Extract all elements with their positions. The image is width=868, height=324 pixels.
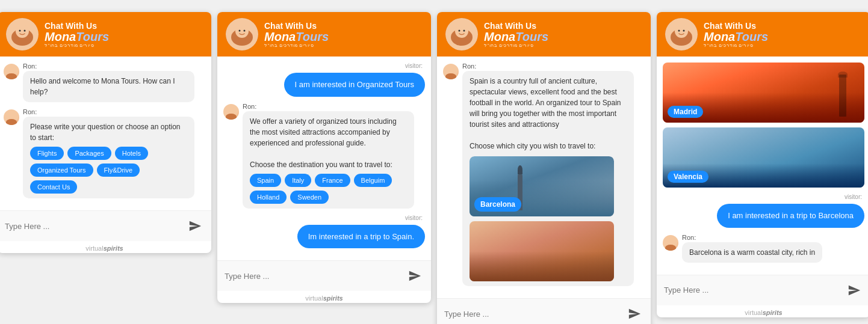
svg-point-3 [19, 30, 21, 32]
logo-mona: Mona [45, 30, 76, 43]
message-content: Ron: Hello and welcome to Mona Tours. Ho… [23, 63, 194, 102]
message-content: Ron: Please write your question or choos… [23, 108, 194, 198]
valencia-card-container: Valencia [663, 127, 864, 188]
virtualspirits-2: virtualspirits [217, 291, 431, 303]
chat-body-4: Madrid Valencia visitor: I am interested… [657, 57, 868, 275]
message-bubble: Please write your question or choose an … [23, 117, 194, 198]
chat-header-1: Chat With Us MonaTours סיורים מודרכים בח… [0, 12, 211, 57]
city-label-barcelona: Barcelona [474, 197, 521, 212]
message-bubble: Hello and welcome to Mona Tours. How can… [23, 71, 194, 102]
visitor-message-row: visitor: I am interested in Organized To… [223, 63, 425, 97]
city-label-valencia: Valencia [668, 171, 708, 183]
madrid-card-container: Madrid [663, 63, 864, 123]
option-belguim[interactable]: Belguim [354, 174, 392, 187]
svg-point-8 [239, 30, 241, 32]
option-spain[interactable]: Spain [250, 174, 281, 187]
message-row: Ron: Hello and welcome to Mona Tours. Ho… [4, 63, 205, 102]
option-packages[interactable]: Packages [67, 147, 111, 160]
chat-window-4: Chat With Us MonaTours סיורים מודרכים בח… [657, 12, 868, 317]
chat-header-4: Chat With Us MonaTours סיורים מודרכים בח… [657, 12, 868, 57]
logo: MonaTours סיורים מודרכים בחו"ל [704, 31, 768, 48]
chat-body-1: Ron: Hello and welcome to Mona Tours. Ho… [0, 57, 211, 210]
option-italy[interactable]: Italy [285, 174, 311, 187]
chat-with-us-label: Chat With Us [264, 21, 329, 31]
option-holland[interactable]: Holland [250, 191, 287, 204]
chat-window-3: Chat With Us MonaTours סיורים מודרכים בח… [437, 12, 651, 324]
svg-point-13 [459, 30, 460, 32]
svg-point-14 [463, 30, 465, 32]
bot-avatar [663, 235, 678, 251]
logo-tagline: סיורים מודרכים בחו"ל [704, 43, 768, 48]
chat-footer-3 [437, 298, 651, 324]
send-button-2[interactable] [406, 267, 424, 285]
visitor-label: visitor: [845, 194, 864, 200]
bot-avatar [4, 109, 19, 125]
send-button-4[interactable] [845, 281, 863, 299]
chat-footer-2 [217, 260, 431, 291]
city-card-barcelona2 [470, 221, 627, 281]
header-text: Chat With Us MonaTours סיורים מודרכים בח… [264, 21, 329, 48]
virtualspirits-1: virtualspirits [0, 241, 211, 253]
sender-name: Ron: [23, 108, 194, 115]
chat-with-us-label: Chat With Us [704, 21, 768, 31]
chat-body-2: visitor: I am interested in Organized To… [217, 57, 431, 260]
visitor-bubble: I am interested in Organized Tours [284, 73, 425, 97]
header-text: Chat With Us MonaTours סיורים מודרכים בח… [484, 21, 548, 48]
visitor-bubble: I am interested in a trip to Barcelona [717, 204, 864, 228]
logo-tagline: סיורים מודרכים בחו"ל [484, 43, 548, 48]
send-icon [408, 269, 421, 283]
chat-with-us-label: Chat With Us [484, 21, 548, 31]
send-icon [628, 307, 641, 320]
visitor-label: visitor: [405, 63, 425, 69]
options-row: Flights Packages Hotels Organized Tours … [30, 147, 187, 194]
logo-mona: Mona [264, 30, 296, 43]
send-icon [188, 219, 202, 233]
message-content: Ron: Barcelona is a warm coastal city, r… [682, 234, 822, 263]
send-button-3[interactable] [625, 305, 643, 323]
sender-name: Ron: [682, 234, 822, 241]
option-hotels[interactable]: Hotels [115, 147, 148, 160]
city-label-madrid: Madrid [668, 106, 703, 118]
chat-input-2[interactable] [225, 272, 406, 281]
option-contact-us[interactable]: Contact Us [30, 180, 77, 194]
option-sweden[interactable]: Sweden [290, 191, 329, 204]
svg-point-4 [24, 30, 26, 32]
logo-main: MonaTours [704, 31, 768, 43]
bot-avatar [223, 104, 239, 120]
option-fly-drive[interactable]: Fly&Drive [97, 164, 140, 177]
logo-tours: Tours [296, 30, 329, 43]
svg-point-2 [16, 25, 29, 38]
chat-input-3[interactable] [444, 310, 625, 319]
chat-header-3: Chat With Us MonaTours סיורים מודרכים בח… [437, 12, 651, 57]
message-row: Ron: Spain is a country full of ancient … [443, 63, 645, 286]
city-card-barcelona: Barcelona [470, 156, 627, 216]
option-france[interactable]: France [315, 174, 350, 187]
chat-footer-4 [657, 275, 868, 305]
city-card[interactable]: Barcelona [470, 156, 614, 216]
logo: MonaTours סיורים מודרכים בחו"ל [45, 31, 109, 48]
svg-point-12 [455, 25, 468, 38]
chat-input-1[interactable] [5, 222, 186, 231]
chat-footer-1 [0, 210, 211, 241]
sender-name: Ron: [243, 103, 414, 110]
logo-tours: Tours [515, 30, 548, 43]
svg-point-19 [683, 30, 685, 32]
message-row: Ron: Barcelona is a warm coastal city, r… [663, 234, 864, 263]
svg-point-9 [244, 30, 246, 32]
sender-name: Ron: [23, 63, 194, 70]
option-flights[interactable]: Flights [30, 147, 64, 160]
svg-point-7 [235, 25, 249, 38]
avatar [6, 18, 39, 50]
bot-avatar [443, 64, 459, 79]
options-row: Spain Italy France Belguim Holland Swede… [250, 174, 407, 204]
avatar [226, 18, 258, 50]
logo: MonaTours סיורים מודרכים בחו"ל [264, 31, 329, 48]
chat-window-2: Chat With Us MonaTours סיורים מודרכים בח… [217, 12, 431, 303]
logo-main: MonaTours [264, 31, 329, 43]
message-content: Ron: Spain is a country full of ancient … [462, 63, 634, 286]
chat-input-4[interactable] [664, 286, 845, 295]
send-icon [848, 284, 861, 297]
chat-windows-container: Chat With Us MonaTours סיורים מודרכים בח… [0, 12, 868, 324]
option-organized-tours[interactable]: Organized Tours [30, 164, 93, 177]
send-button-1[interactable] [186, 217, 204, 235]
